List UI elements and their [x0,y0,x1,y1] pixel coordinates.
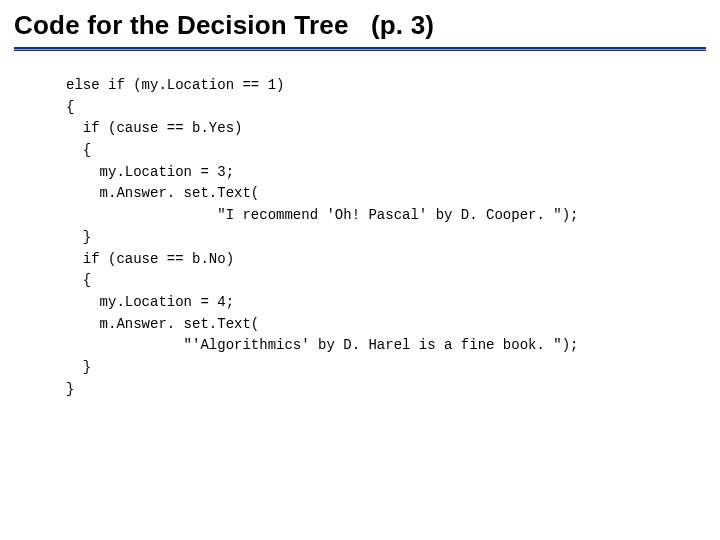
title-bar: Code for the Decision Tree (p. 3) [0,0,720,51]
slide: Code for the Decision Tree (p. 3) else i… [0,0,720,540]
code-line: my.Location = 4; [66,294,234,310]
code-line: } [66,359,91,375]
code-line: } [66,229,91,245]
code-block: else if (my.Location == 1) { if (cause =… [0,51,720,400]
code-line: else if (my.Location == 1) [66,77,284,93]
code-line: "I recommend 'Oh! Pascal' by D. Cooper. … [66,207,578,223]
title-main: Code for the Decision Tree [14,10,349,40]
slide-title: Code for the Decision Tree (p. 3) [14,10,706,41]
code-line: if (cause == b.Yes) [66,120,242,136]
code-line: my.Location = 3; [66,164,234,180]
code-line: } [66,381,74,397]
code-line: { [66,99,74,115]
code-line: m.Answer. set.Text( [66,316,259,332]
code-line: m.Answer. set.Text( [66,185,259,201]
code-line: if (cause == b.No) [66,251,234,267]
code-line: { [66,272,91,288]
code-line: "'Algorithmics' by D. Harel is a fine bo… [66,337,578,353]
title-page: (p. 3) [371,10,434,40]
code-line: { [66,142,91,158]
